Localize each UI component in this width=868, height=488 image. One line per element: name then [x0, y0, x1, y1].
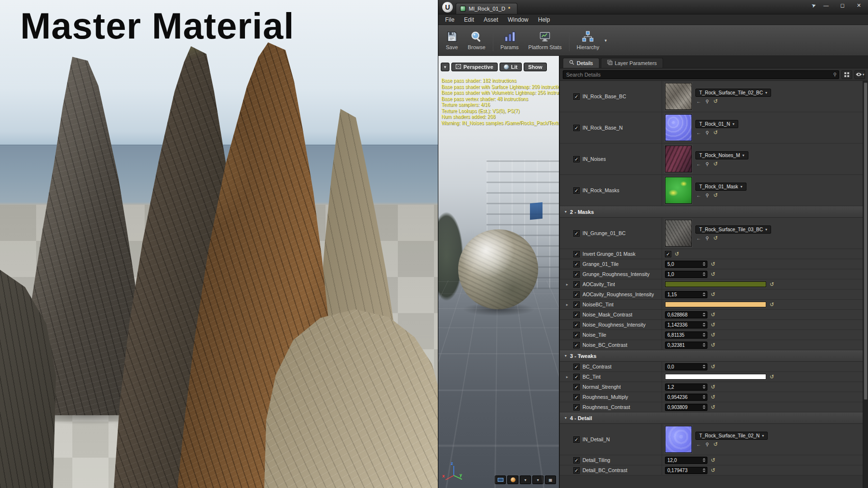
- find-in-browser-icon[interactable]: ⚲: [705, 130, 709, 135]
- spinner-arrows-icon[interactable]: [701, 405, 707, 409]
- texture-thumbnail[interactable]: [665, 426, 692, 453]
- use-selected-asset-icon[interactable]: ←: [696, 236, 701, 241]
- category-header[interactable]: ▾ 4 - Detail: [560, 412, 863, 424]
- reset-to-default-icon[interactable]: ↺: [711, 332, 715, 338]
- param-enable-checkbox[interactable]: ✓: [573, 187, 580, 194]
- preview-viewport[interactable]: ▼ Perspective Lit Show Base pass shader:…: [438, 56, 560, 488]
- color-swatch-bar[interactable]: [665, 302, 766, 307]
- spinner-arrows-icon[interactable]: [701, 343, 707, 347]
- value-spinbox[interactable]: 1,2: [665, 383, 707, 391]
- menu-help[interactable]: Help: [533, 15, 555, 24]
- value-spinbox[interactable]: 1,0: [665, 271, 707, 278]
- value-spinbox[interactable]: 1,15: [665, 291, 707, 298]
- spinner-arrows-icon[interactable]: [701, 333, 707, 337]
- param-enable-checkbox[interactable]: ✓: [573, 364, 580, 370]
- hierarchy-button[interactable]: Hierarchy: [572, 28, 604, 52]
- value-spinbox[interactable]: 1,142336: [665, 321, 707, 329]
- params-button[interactable]: Params: [496, 28, 523, 52]
- find-in-browser-icon[interactable]: ⚲: [705, 193, 709, 198]
- expand-arrow-icon[interactable]: ▸: [566, 303, 570, 307]
- reset-to-default-icon[interactable]: ↺: [770, 282, 774, 287]
- browse-button[interactable]: Browse: [463, 28, 490, 52]
- reset-to-default-icon[interactable]: ↺: [711, 312, 715, 317]
- param-enable-checkbox[interactable]: ✓: [573, 230, 580, 237]
- value-spinbox[interactable]: 0,954236: [665, 394, 707, 401]
- reset-to-default-icon[interactable]: ↺: [713, 236, 718, 241]
- reset-to-default-icon[interactable]: ↺: [770, 374, 774, 380]
- param-enable-checkbox[interactable]: ✓: [573, 261, 580, 267]
- reset-to-default-icon[interactable]: ↺: [711, 405, 715, 410]
- expand-arrow-icon[interactable]: ▸: [566, 282, 570, 287]
- texture-asset-dropdown[interactable]: T_Rock_01_Mask ▾: [695, 183, 746, 191]
- spinner-arrows-icon[interactable]: [701, 385, 707, 389]
- collapse-arrow-icon[interactable]: ▾: [565, 354, 567, 358]
- spinner-arrows-icon[interactable]: [701, 468, 707, 472]
- param-enable-checkbox[interactable]: ✓: [573, 271, 580, 277]
- menu-window[interactable]: Window: [503, 15, 533, 24]
- spinner-arrows-icon[interactable]: [701, 313, 707, 317]
- collapse-arrow-icon[interactable]: ▾: [565, 416, 567, 420]
- reset-to-default-icon[interactable]: ↺: [711, 458, 715, 463]
- reset-to-default-icon[interactable]: ↺: [711, 322, 715, 328]
- find-in-browser-icon[interactable]: ⚲: [705, 442, 709, 447]
- reset-to-default-icon[interactable]: ↺: [711, 395, 715, 400]
- collapse-arrow-icon[interactable]: ▾: [565, 210, 567, 214]
- find-in-browser-icon[interactable]: ⚲: [705, 236, 709, 241]
- color-swatch-bar[interactable]: [665, 281, 766, 287]
- reset-to-default-icon[interactable]: ↺: [713, 193, 718, 198]
- value-spinbox[interactable]: 0,179473: [665, 467, 707, 474]
- reset-to-default-icon[interactable]: ↺: [711, 262, 715, 267]
- param-enable-checkbox[interactable]: ✓: [573, 394, 580, 400]
- spinner-arrows-icon[interactable]: [701, 395, 707, 399]
- show-button[interactable]: Show: [524, 63, 546, 71]
- value-spinbox[interactable]: 0,628868: [665, 311, 707, 318]
- param-enable-checkbox[interactable]: ✓: [573, 251, 580, 257]
- document-tab[interactable]: MI_Rock_01_D *: [456, 3, 517, 14]
- use-selected-asset-icon[interactable]: ←: [696, 161, 701, 167]
- param-enable-checkbox[interactable]: ✓: [573, 384, 580, 390]
- param-enable-checkbox[interactable]: ✓: [573, 156, 580, 162]
- spinner-arrows-icon[interactable]: [701, 323, 707, 327]
- viewport-dropdown-1[interactable]: ▾: [520, 475, 531, 484]
- reset-to-default-icon[interactable]: ↺: [711, 343, 715, 348]
- value-spinbox[interactable]: 12,0: [665, 457, 707, 464]
- spinner-arrows-icon[interactable]: [701, 272, 707, 276]
- texture-asset-dropdown[interactable]: T_Rock_Surface_Tile_02_BC ▾: [695, 89, 771, 97]
- reset-to-default-icon[interactable]: ↺: [711, 292, 715, 297]
- viewport-options-dropdown[interactable]: ▼: [441, 63, 449, 71]
- reset-to-default-icon[interactable]: ↺: [711, 364, 715, 369]
- tab-layer-parameters[interactable]: Layer Parameters: [601, 58, 663, 68]
- use-selected-asset-icon[interactable]: ←: [696, 99, 701, 104]
- use-selected-asset-icon[interactable]: ←: [696, 442, 701, 447]
- param-enable-checkbox[interactable]: ✓: [573, 312, 580, 318]
- param-enable-checkbox[interactable]: ✓: [573, 125, 580, 131]
- reset-to-default-icon[interactable]: ↺: [713, 99, 718, 104]
- param-enable-checkbox[interactable]: ✓: [573, 291, 580, 298]
- value-spinbox[interactable]: 0,32381: [665, 342, 707, 349]
- viewport-camera-button[interactable]: [507, 475, 518, 484]
- value-spinbox[interactable]: 5,0: [665, 261, 707, 268]
- texture-thumbnail[interactable]: [665, 177, 692, 204]
- spinner-arrows-icon[interactable]: [701, 262, 707, 266]
- platform-stats-button[interactable]: Platform Stats: [524, 28, 566, 52]
- use-selected-asset-icon[interactable]: ←: [696, 193, 701, 198]
- bool-value-checkbox[interactable]: ✓: [665, 251, 671, 257]
- title-bar[interactable]: U MI_Rock_01_D * ➤ — ◻ ✕: [438, 0, 868, 14]
- param-enable-checkbox[interactable]: ✓: [573, 436, 580, 443]
- viewport-dropdown-2[interactable]: ▾: [532, 475, 543, 484]
- param-enable-checkbox[interactable]: ✓: [573, 467, 580, 474]
- details-scrollbar[interactable]: [863, 81, 868, 488]
- texture-thumbnail[interactable]: [665, 114, 692, 141]
- color-swatch-bar[interactable]: [665, 374, 766, 380]
- spinner-arrows-icon[interactable]: [701, 458, 707, 462]
- reset-to-default-icon[interactable]: ↺: [713, 161, 718, 167]
- texture-asset-dropdown[interactable]: T_Rock_Surface_Tile_02_N ▾: [695, 432, 768, 440]
- param-enable-checkbox[interactable]: ✓: [573, 374, 580, 380]
- value-spinbox[interactable]: 0,903809: [665, 404, 707, 411]
- hierarchy-dropdown-icon[interactable]: ▾: [605, 38, 607, 43]
- menu-file[interactable]: File: [440, 15, 459, 24]
- view-options-button[interactable]: ▾: [854, 70, 865, 79]
- material-preview-sphere[interactable]: [458, 229, 538, 309]
- texture-thumbnail[interactable]: [665, 145, 692, 172]
- param-enable-checkbox[interactable]: ✓: [573, 404, 580, 410]
